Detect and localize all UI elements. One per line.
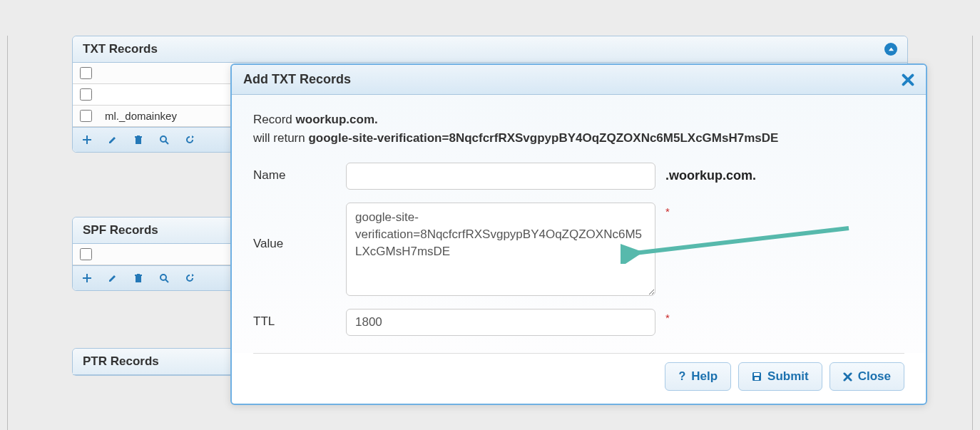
delete-button[interactable] bbox=[130, 270, 147, 286]
ttl-label: TTL bbox=[253, 309, 340, 329]
modal-body: Record woorkup.com. will return google-s… bbox=[232, 95, 926, 353]
add-button[interactable] bbox=[78, 270, 96, 286]
svg-point-1 bbox=[160, 275, 166, 280]
modal-title: Add TXT Records bbox=[243, 72, 351, 87]
info-prefix: Record bbox=[253, 113, 296, 126]
delete-button[interactable] bbox=[130, 132, 147, 148]
name-suffix: .woorkup.com. bbox=[665, 163, 756, 183]
modal-info: Record woorkup.com. will return google-s… bbox=[253, 111, 904, 147]
value-row: Value * bbox=[253, 203, 904, 296]
value-textarea[interactable] bbox=[346, 203, 655, 296]
ttl-row: TTL * bbox=[253, 309, 904, 336]
ptr-panel-title: PTR Records bbox=[83, 354, 159, 369]
txt-panel-header[interactable]: TXT Records bbox=[73, 36, 907, 63]
add-txt-modal: Add TXT Records Record woorkup.com. will… bbox=[230, 63, 927, 405]
close-button[interactable]: Close bbox=[830, 362, 904, 391]
refresh-button[interactable] bbox=[181, 132, 198, 148]
name-row: Name .woorkup.com. bbox=[253, 163, 904, 190]
question-icon: ? bbox=[678, 370, 685, 383]
row-checkbox[interactable] bbox=[80, 88, 92, 101]
close-label: Close bbox=[858, 369, 891, 384]
required-asterisk: * bbox=[665, 309, 670, 324]
edit-button[interactable] bbox=[104, 270, 121, 286]
name-label: Name bbox=[253, 163, 340, 183]
refresh-button[interactable] bbox=[181, 270, 198, 286]
x-icon bbox=[843, 372, 852, 382]
svg-rect-4 bbox=[755, 377, 759, 380]
search-button[interactable] bbox=[155, 270, 173, 286]
row-checkbox[interactable] bbox=[80, 110, 92, 122]
modal-header[interactable]: Add TXT Records bbox=[232, 65, 926, 95]
row-checkbox[interactable] bbox=[80, 67, 92, 79]
submit-label: Submit bbox=[767, 369, 809, 384]
edit-button[interactable] bbox=[104, 132, 121, 148]
collapse-icon[interactable] bbox=[884, 43, 897, 56]
required-asterisk: * bbox=[665, 203, 670, 217]
value-label: Value bbox=[253, 203, 340, 251]
ttl-input[interactable] bbox=[346, 309, 655, 336]
submit-button[interactable]: Submit bbox=[738, 362, 822, 391]
svg-rect-3 bbox=[754, 373, 760, 376]
spf-panel-title: SPF Records bbox=[83, 223, 158, 237]
info-mid: will return bbox=[253, 131, 308, 145]
row-checkbox[interactable] bbox=[80, 248, 92, 260]
info-value: google-site-verification=8NqcfcrfRXSvgpy… bbox=[308, 131, 778, 145]
help-button[interactable]: ? Help bbox=[665, 362, 731, 391]
svg-point-0 bbox=[160, 136, 166, 142]
txt-panel-title: TXT Records bbox=[83, 42, 158, 56]
modal-footer: ? Help Submit Close bbox=[253, 353, 904, 404]
name-input[interactable] bbox=[346, 163, 655, 190]
save-icon bbox=[752, 372, 762, 382]
info-domain: woorkup.com. bbox=[296, 113, 378, 126]
add-button[interactable] bbox=[78, 132, 96, 148]
close-icon[interactable] bbox=[902, 73, 914, 86]
search-button[interactable] bbox=[155, 132, 173, 148]
row-name: ml._domainkey bbox=[105, 110, 177, 122]
help-label: Help bbox=[691, 369, 718, 384]
